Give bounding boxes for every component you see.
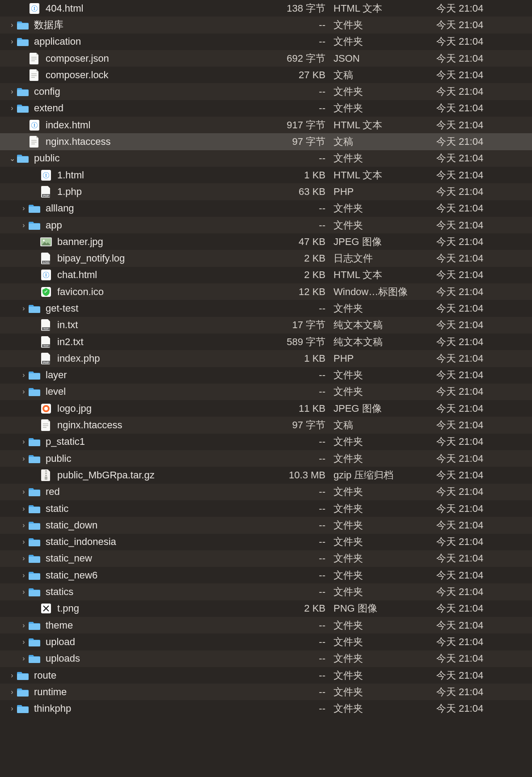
file-row[interactable]: composer.lock27 KB文稿今天 21:04 <box>0 67 532 83</box>
file-name[interactable]: uploads <box>46 653 264 664</box>
file-name[interactable]: config <box>34 86 264 97</box>
file-name[interactable]: 404.html <box>46 3 264 14</box>
disclosure-triangle-icon[interactable]: › <box>20 371 28 379</box>
file-list[interactable]: 404.html138 字节HTML 文本今天 21:04›数据库--文件夹今天… <box>0 0 532 717</box>
file-row[interactable]: ›static_new6--文件夹今天 21:04 <box>0 567 532 583</box>
file-row[interactable]: PHPindex.php1 KBPHP今天 21:04 <box>0 350 532 367</box>
file-name[interactable]: 数据库 <box>34 18 264 32</box>
file-name[interactable]: application <box>34 36 264 47</box>
file-row[interactable]: ›数据库--文件夹今天 21:04 <box>0 17 532 33</box>
file-name[interactable]: in2.txt <box>57 336 264 348</box>
disclosure-triangle-icon[interactable]: › <box>20 204 28 212</box>
disclosure-triangle-icon[interactable]: › <box>20 221 28 229</box>
file-name[interactable]: upload <box>46 636 264 648</box>
file-row[interactable]: ›level--文件夹今天 21:04 <box>0 384 532 400</box>
file-row[interactable]: ›thinkphp--文件夹今天 21:04 <box>0 700 532 717</box>
file-name[interactable]: static_new6 <box>46 570 264 581</box>
file-name[interactable]: extend <box>34 102 264 114</box>
file-row[interactable]: ›theme--文件夹今天 21:04 <box>0 617 532 633</box>
file-name[interactable]: statics <box>46 586 264 598</box>
file-row[interactable]: ›public--文件夹今天 21:04 <box>0 450 532 467</box>
disclosure-triangle-icon[interactable]: › <box>20 571 28 579</box>
file-row[interactable]: TXTin.txt17 字节纯文本文稿今天 21:04 <box>0 317 532 334</box>
file-name[interactable]: level <box>46 386 264 397</box>
file-row[interactable]: ›static_new--文件夹今天 21:04 <box>0 550 532 567</box>
disclosure-triangle-icon[interactable]: › <box>20 304 28 312</box>
file-row[interactable]: index.html917 字节HTML 文本今天 21:04 <box>0 117 532 133</box>
file-name[interactable]: t.png <box>57 603 264 614</box>
disclosure-triangle-icon[interactable]: › <box>8 688 16 696</box>
file-row[interactable]: ›route--文件夹今天 21:04 <box>0 667 532 684</box>
file-name[interactable]: thinkphp <box>34 703 264 714</box>
disclosure-triangle-icon[interactable]: › <box>8 104 16 112</box>
disclosure-triangle-icon[interactable]: › <box>20 505 28 513</box>
file-row[interactable]: nginx.htaccess97 字节文稿今天 21:04 <box>0 417 532 433</box>
file-row[interactable]: nginx.htaccess97 字节文稿今天 21:04 <box>0 133 532 150</box>
file-row[interactable]: 404.html138 字节HTML 文本今天 21:04 <box>0 0 532 17</box>
file-row[interactable]: ›upload--文件夹今天 21:04 <box>0 633 532 650</box>
file-row[interactable]: ›static_down--文件夹今天 21:04 <box>0 517 532 533</box>
file-row[interactable]: banner.jpg47 KBJPEG 图像今天 21:04 <box>0 233 532 250</box>
disclosure-triangle-icon[interactable]: › <box>20 521 28 529</box>
file-row[interactable]: ›alllang--文件夹今天 21:04 <box>0 200 532 217</box>
disclosure-triangle-icon[interactable]: › <box>8 88 16 96</box>
disclosure-triangle-icon[interactable]: › <box>20 438 28 446</box>
file-row[interactable]: ›extend--文件夹今天 21:04 <box>0 100 532 117</box>
disclosure-triangle-icon[interactable]: › <box>20 455 28 463</box>
disclosure-triangle-icon[interactable]: › <box>20 488 28 496</box>
file-row[interactable]: composer.json692 字节JSON今天 21:04 <box>0 50 532 67</box>
file-row[interactable]: ⌄public--文件夹今天 21:04 <box>0 150 532 167</box>
file-name[interactable]: favicon.ico <box>57 286 264 298</box>
file-row[interactable]: public_MbGRpa.tar.gz10.3 MBgzip 压缩归档今天 2… <box>0 467 532 483</box>
disclosure-triangle-icon[interactable]: › <box>20 388 28 396</box>
disclosure-triangle-icon[interactable]: › <box>20 638 28 646</box>
file-row[interactable]: ›statics--文件夹今天 21:04 <box>0 583 532 600</box>
file-row[interactable]: favicon.ico12 KBWindow…标图像今天 21:04 <box>0 283 532 300</box>
file-name[interactable]: public_MbGRpa.tar.gz <box>57 469 264 481</box>
file-name[interactable]: static_down <box>46 519 264 531</box>
file-row[interactable]: ›get-test--文件夹今天 21:04 <box>0 300 532 317</box>
file-row[interactable]: TXTin2.txt589 字节纯文本文稿今天 21:04 <box>0 334 532 350</box>
disclosure-triangle-icon[interactable]: › <box>20 621 28 629</box>
file-name[interactable]: index.html <box>46 119 264 131</box>
file-row[interactable]: ›p_static1--文件夹今天 21:04 <box>0 434 532 450</box>
file-name[interactable]: public <box>46 453 264 465</box>
file-row[interactable]: chat.html2 KBHTML 文本今天 21:04 <box>0 267 532 283</box>
file-name[interactable]: static_indonesia <box>46 536 264 548</box>
file-row[interactable]: ›application--文件夹今天 21:04 <box>0 34 532 50</box>
disclosure-triangle-icon[interactable]: › <box>20 588 28 596</box>
file-name[interactable]: in.txt <box>57 319 264 331</box>
disclosure-triangle-icon[interactable]: › <box>20 655 28 663</box>
disclosure-triangle-icon[interactable]: › <box>8 671 16 680</box>
file-row[interactable]: PHP1.php63 KBPHP今天 21:04 <box>0 183 532 200</box>
file-name[interactable]: alllang <box>46 203 264 214</box>
file-name[interactable]: nginx.htaccess <box>46 136 264 148</box>
file-name[interactable]: chat.html <box>57 269 264 281</box>
disclosure-triangle-icon[interactable]: › <box>8 21 16 29</box>
disclosure-triangle-icon[interactable]: ⌄ <box>8 154 16 163</box>
file-row[interactable]: logo.jpg11 KBJPEG 图像今天 21:04 <box>0 400 532 417</box>
file-row[interactable]: 1.html1 KBHTML 文本今天 21:04 <box>0 167 532 183</box>
file-row[interactable]: ›layer--文件夹今天 21:04 <box>0 367 532 384</box>
file-row[interactable]: ›app--文件夹今天 21:04 <box>0 217 532 233</box>
file-row[interactable]: ›static--文件夹今天 21:04 <box>0 500 532 517</box>
file-row[interactable]: ›runtime--文件夹今天 21:04 <box>0 684 532 700</box>
file-name[interactable]: p_static1 <box>46 436 264 448</box>
file-name[interactable]: banner.jpg <box>57 236 264 248</box>
file-name[interactable]: public <box>34 152 264 164</box>
file-name[interactable]: static <box>46 503 264 515</box>
file-name[interactable]: app <box>46 220 264 231</box>
file-row[interactable]: ›config--文件夹今天 21:04 <box>0 83 532 100</box>
file-name[interactable]: route <box>34 670 264 681</box>
file-name[interactable]: layer <box>46 369 264 381</box>
file-name[interactable]: 1.php <box>57 186 264 198</box>
file-name[interactable]: composer.lock <box>46 69 264 81</box>
file-name[interactable]: runtime <box>34 686 264 698</box>
file-row[interactable]: ›uploads--文件夹今天 21:04 <box>0 650 532 667</box>
file-name[interactable]: get-test <box>46 303 264 314</box>
disclosure-triangle-icon[interactable]: › <box>8 705 16 713</box>
file-name[interactable]: composer.json <box>46 53 264 64</box>
file-row[interactable]: LOGbipay_notify.log2 KB日志文件今天 21:04 <box>0 250 532 266</box>
file-name[interactable]: bipay_notify.log <box>57 253 264 264</box>
disclosure-triangle-icon[interactable]: › <box>8 38 16 46</box>
